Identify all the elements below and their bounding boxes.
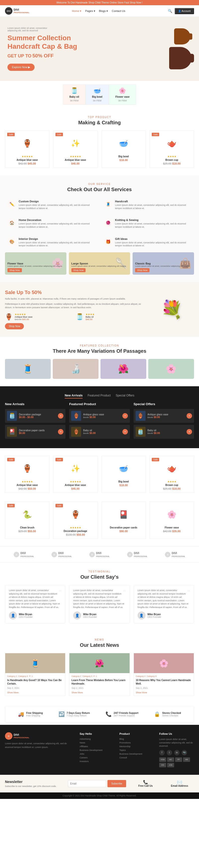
service-knitting-content: Knitting & Sewing Lorem ipsum dolor sit … xyxy=(115,218,192,228)
newsletter-title: Newsletter xyxy=(5,780,63,784)
news-title: Our Latest News xyxy=(5,642,194,648)
phone-icon: 📞 xyxy=(131,780,160,784)
feature-card-bag-button[interactable]: Shop Now xyxy=(135,268,149,272)
nav-pages[interactable]: Pages ▾ xyxy=(85,9,95,13)
footer-link-blog[interactable]: Blog xyxy=(119,738,154,740)
news-title-3: 10 Reasons Why You Cannot Learn Handmade… xyxy=(134,677,194,687)
services-grid: ✏️ Custom Design Lorem ipsum dolor sit a… xyxy=(5,197,194,250)
news-read-more-3[interactable]: Show More xyxy=(134,691,194,696)
news-read-more-1[interactable]: Show More xyxy=(5,691,65,696)
third-product-grid: Sale 🐍 Clean brush $29.99 $55.00 Sale 🏺 … xyxy=(5,502,194,539)
account-button[interactable]: 👤 Account xyxy=(175,8,194,14)
feature-card-spoon-button[interactable]: Shop Now xyxy=(72,268,86,272)
arrival-item-3: 🏺 Antique glass vase $4.00 $0.00 + xyxy=(69,409,130,423)
feature-card-vase-content: Flower Vase Lorem ipsum dolor sit amet, … xyxy=(7,262,64,272)
product-title-2: Antique blue vase xyxy=(56,159,95,161)
badge-sale-2: Sale xyxy=(55,133,63,136)
product-card-2[interactable]: Sale ✨ ★★★★★ Antique blue vase $45.00 xyxy=(53,130,98,168)
news-read-more-2[interactable]: Show More xyxy=(69,691,130,696)
product-card-t3[interactable]: 🎴 Decorative paper cards $90.00 xyxy=(102,502,146,539)
social-instagram[interactable]: 📷 xyxy=(181,750,187,755)
footer-link-investors[interactable]: Investors xyxy=(80,760,114,763)
feature-easy-return: ↩️ 7 Days Easy Return 7 Days Easy Return xyxy=(58,711,90,717)
service-home-title: Home Decoration xyxy=(19,218,95,221)
footer-link-jobs[interactable]: Jobs xyxy=(80,753,114,755)
product-card-s4[interactable]: Sale 🫖 ★★★★ Brown cup $25.00 $18.00 xyxy=(149,456,194,493)
product-image-2: ✨ xyxy=(56,133,95,153)
footer-link-topics[interactable]: Topics xyxy=(119,749,154,751)
footer-link-news[interactable]: News xyxy=(80,742,114,744)
news-section: NEWS Our Latest News 🧵 Category 2 Catego… xyxy=(0,631,199,704)
gift-icon: 🎁 xyxy=(104,237,113,246)
features-bar: 🚚 Free Shipping Free Shipping ↩️ 7 Days … xyxy=(5,706,194,722)
social-linkedin[interactable]: in xyxy=(174,750,179,755)
newsletter-email-contact: ✉️ Email Address xyxy=(165,780,194,787)
product-card-t1[interactable]: Sale 🐍 Clean brush $29.99 $55.00 xyxy=(5,502,50,539)
testimonial-text-2: Lorem ipsum dolor sit amet, consectetur … xyxy=(73,589,125,609)
arrival-cart-2[interactable]: + xyxy=(58,429,63,434)
arrival-cart-3[interactable]: + xyxy=(122,413,128,418)
support-icon: 📞 xyxy=(106,711,112,717)
footer-link-promotions[interactable]: Promotions xyxy=(119,742,154,744)
newsletter-form: Subscribe xyxy=(68,780,126,787)
feature-support-text: 24/7 Friends Support 24/7 Friends Suppor… xyxy=(114,712,138,717)
hero-explore-button[interactable]: Explore Now ▶ xyxy=(7,64,35,71)
tab-featured-product[interactable]: Featured Product xyxy=(88,394,111,399)
stores-icon: 🔒 xyxy=(154,711,160,717)
feature-support: 📞 24/7 Friends Support 24/7 Friends Supp… xyxy=(106,711,138,717)
product-title-3: Big bowl xyxy=(104,155,143,158)
social-twitter[interactable]: t xyxy=(167,750,172,755)
feature-card-vase-button[interactable]: Shop Now xyxy=(7,268,22,272)
product-card-t2[interactable]: Sale 🏺 ★★★★★ Decoration package $130.00 … xyxy=(53,502,98,539)
top-bar: Welcome To Divi Handmade Shop Child Them… xyxy=(0,0,199,5)
service-custom-title: Custom Design xyxy=(19,200,95,203)
sale-shop-button[interactable]: Shop Now xyxy=(5,323,24,329)
footer-logo-col: D DIVI PROFESSIONAL Lorem ipsum dolor si… xyxy=(5,732,75,767)
category-baby-oil[interactable]: 🫙 Baby oil 34 ITEM xyxy=(63,85,86,105)
product-card-1[interactable]: Sale 🏺 ★★★★★ Antique blue vase $42.00 $4… xyxy=(5,130,50,168)
service-handcraft-title: Handcraft xyxy=(115,200,192,203)
testimonial-author-2: 👤 Mike Bryan CEO Founder xyxy=(73,612,125,619)
arrival-cart-4[interactable]: + xyxy=(122,429,128,434)
product-card-t4[interactable]: 🌸 Flower vase $42.00 $35.00 xyxy=(149,502,194,539)
product-card-3[interactable]: 🥣 Big bowl $18.00 xyxy=(102,130,146,168)
arrival-item-4: 🏺 Baby oil $4.00 $0.00 + xyxy=(69,425,130,439)
arrival-cart-1[interactable]: + xyxy=(58,413,63,418)
newsletter-email-input[interactable] xyxy=(68,780,106,787)
footer-link-advertising[interactable]: Advertising xyxy=(80,738,114,740)
category-big-bowl[interactable]: 🥣 Big bowl 34 ITEM xyxy=(86,85,109,105)
footer-link-affiliates[interactable]: Affiliates xyxy=(80,745,114,748)
arrival-cart-5[interactable]: + xyxy=(187,413,192,418)
header-right: 🔍 👤 Account xyxy=(168,8,194,14)
tab-new-arrivals[interactable]: New Arrivals xyxy=(65,394,83,399)
nav-home[interactable]: Home ▾ xyxy=(72,9,81,13)
tab-special-offers[interactable]: Special Offers xyxy=(116,394,134,399)
top-product-grid: Sale 🏺 ★★★★★ Antique blue vase $42.00 $4… xyxy=(5,130,194,168)
footer-link-business-dev[interactable]: Business Development xyxy=(119,753,154,755)
footer-link-business[interactable]: Business Development xyxy=(80,749,114,751)
search-icon[interactable]: 🔍 xyxy=(168,9,172,13)
dark-section: New Arrivals Featured Product Special Of… xyxy=(0,386,199,448)
newsletter-subscribe-button[interactable]: Subscribe xyxy=(108,780,126,787)
product-card-s1[interactable]: Sale 🏺 ★★★★★ Antique blue vase $42.00 $5… xyxy=(5,456,50,493)
category-flower-vase[interactable]: 🌸 Flower vase 34 ITEM xyxy=(109,85,136,105)
footer-link-consult[interactable]: Consult xyxy=(119,756,154,759)
footer-product-title: Product xyxy=(119,732,154,735)
product-card-s2[interactable]: Sale ✨ ★★★★★ Antique blue vase $45.00 xyxy=(53,456,98,493)
news-title-2: Learn From These Mistakes Before You Lea… xyxy=(69,677,130,687)
footer-product-col: Product Blog Promotions Mentorship Topic… xyxy=(119,732,154,767)
newsletter-email-label: Email Address xyxy=(165,784,194,787)
arrival-cart-6[interactable]: + xyxy=(187,429,192,434)
footer-link-careers[interactable]: Careers xyxy=(80,756,114,759)
social-facebook[interactable]: f xyxy=(159,750,165,755)
product-card-4[interactable]: Sale 🫖 ★★★★ Brown cup $25.00 $18.00 xyxy=(149,130,194,168)
service-gift: 🎁 Gift Ideas Lorem ipsum dolor sit amet,… xyxy=(102,235,194,250)
payment-visa: VISA xyxy=(159,757,166,762)
arrival-info-1: Decoration package $0.00 - $0.00 xyxy=(19,413,56,418)
nav-contact[interactable]: Contact Us xyxy=(112,9,125,13)
newsletter-phone: 📞 Free Call Us xyxy=(131,780,160,787)
sale-product-1-icon: 🏺 xyxy=(5,313,13,320)
nav-blogs[interactable]: Blogs ▾ xyxy=(99,9,108,13)
footer-link-mentorship[interactable]: Mentorship xyxy=(119,745,154,748)
product-card-s3[interactable]: 🥣 Big bowl $18.00 xyxy=(102,456,146,493)
